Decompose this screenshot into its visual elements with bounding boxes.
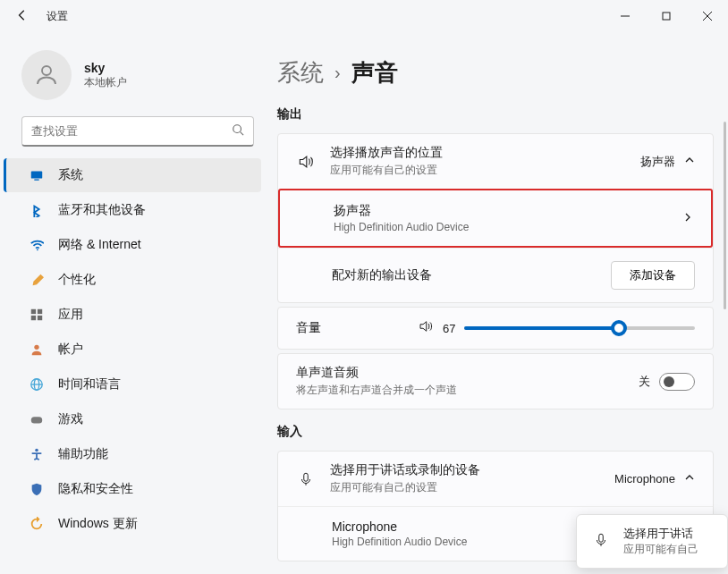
microphone-icon [296, 471, 316, 487]
avatar [21, 50, 72, 100]
mono-card: 单声道音频 将左声道和右声道合并成一个声道 关 [277, 353, 714, 409]
sidebar-item-label: 时间和语言 [58, 376, 121, 393]
volume-card: 音量 67 [277, 307, 714, 350]
sidebar-item-wifi[interactable]: 网络 & Internet [4, 228, 261, 262]
svg-rect-8 [34, 179, 38, 180]
content-pane: 系统 › 声音 输出 选择播放声音的位置 应用可能有自己的设置 扬声器 [268, 32, 728, 574]
brush-icon [30, 273, 44, 287]
search-icon [232, 123, 244, 139]
scrollbar[interactable] [724, 122, 726, 309]
search-input[interactable] [31, 124, 232, 138]
volume-value: 67 [443, 322, 455, 335]
add-device-button[interactable]: 添加设备 [611, 261, 695, 290]
pair-device-row: 配对新的输出设备 添加设备 [278, 248, 713, 302]
pair-title: 配对新的输出设备 [332, 267, 597, 283]
speaker-icon [296, 153, 316, 171]
sidebar-item-label: 系统 [58, 167, 83, 183]
minimize-button[interactable] [605, 0, 646, 32]
choose-output-row[interactable]: 选择播放声音的位置 应用可能有自己的设置 扬声器 [278, 134, 713, 189]
svg-rect-20 [304, 473, 309, 481]
wifi-icon [30, 238, 44, 252]
profile-block[interactable]: sky 本地帐户 [0, 39, 268, 116]
svg-point-4 [42, 66, 51, 75]
choose-input-value: Microphone [614, 472, 675, 485]
chevron-right-icon: › [334, 63, 341, 83]
svg-rect-21 [599, 534, 604, 542]
choose-input-title: 选择用于讲话或录制的设备 [330, 462, 600, 478]
person-icon [30, 342, 44, 357]
sidebar-item-globe[interactable]: 时间和语言 [4, 367, 261, 401]
window-title: 设置 [47, 9, 68, 24]
search-box[interactable] [21, 116, 254, 147]
bluetooth-icon [30, 203, 44, 217]
choose-input-row[interactable]: 选择用于讲话或录制的设备 应用可能有自己的设置 Microphone [278, 452, 713, 506]
sidebar: sky 本地帐户 系统蓝牙和其他设备网络 & Internet个性化应用帐户时间… [0, 32, 268, 574]
svg-point-14 [34, 345, 38, 350]
svg-point-5 [233, 125, 241, 133]
toast-sub: 应用可能有自己 [623, 542, 698, 557]
speaker-device-row[interactable]: 扬声器 High Definition Audio Device [280, 190, 711, 246]
system-icon [30, 168, 44, 182]
gamepad-icon [30, 412, 44, 426]
mono-sub: 将左声道和右声道合并成一个声道 [296, 383, 624, 398]
notification-toast[interactable]: 选择用于讲话 应用可能有自己 [576, 514, 728, 569]
sidebar-item-system[interactable]: 系统 [4, 158, 261, 192]
breadcrumb-parent[interactable]: 系统 [277, 57, 324, 89]
back-arrow-icon[interactable] [16, 9, 29, 24]
sidebar-item-brush[interactable]: 个性化 [4, 263, 261, 297]
svg-rect-12 [31, 316, 36, 320]
breadcrumb: 系统 › 声音 [268, 57, 728, 106]
chevron-up-icon [684, 472, 695, 485]
mono-toggle[interactable] [659, 373, 695, 391]
speaker-sub: High Definition Audio Device [334, 221, 668, 233]
user-name: sky [84, 61, 127, 75]
output-card: 选择播放声音的位置 应用可能有自己的设置 扬声器 扬声器 High De [277, 133, 714, 303]
svg-line-6 [241, 132, 244, 136]
svg-point-9 [37, 249, 38, 250]
choose-output-sub: 应用可能有自己的设置 [330, 163, 626, 178]
sidebar-item-label: 应用 [58, 307, 83, 323]
svg-rect-18 [31, 417, 42, 423]
sidebar-item-gamepad[interactable]: 游戏 [4, 402, 261, 436]
mono-title: 单声道音频 [296, 365, 624, 381]
svg-point-19 [35, 449, 38, 452]
shield-icon [30, 482, 44, 496]
chevron-up-icon [684, 155, 695, 168]
sidebar-item-apps[interactable]: 应用 [4, 298, 261, 332]
choose-output-value: 扬声器 [640, 154, 675, 170]
volume-icon[interactable] [418, 318, 434, 338]
sidebar-item-accessibility[interactable]: 辅助功能 [4, 437, 261, 471]
choose-output-title: 选择播放声音的位置 [330, 145, 626, 161]
volume-label: 音量 [296, 320, 321, 336]
volume-slider[interactable] [464, 326, 695, 330]
mono-state: 关 [639, 374, 650, 390]
sidebar-item-shield[interactable]: 隐私和安全性 [4, 472, 261, 506]
svg-rect-11 [38, 309, 42, 314]
svg-rect-7 [31, 172, 42, 179]
breadcrumb-current: 声音 [351, 57, 398, 89]
sidebar-item-label: 个性化 [58, 272, 96, 288]
sidebar-item-label: 辅助功能 [58, 446, 108, 462]
user-sub: 本地帐户 [84, 75, 127, 90]
sidebar-item-label: 隐私和安全性 [58, 481, 133, 497]
sidebar-item-label: 蓝牙和其他设备 [58, 202, 146, 218]
nav-list: 系统蓝牙和其他设备网络 & Internet个性化应用帐户时间和语言游戏辅助功能… [0, 157, 268, 574]
update-icon [30, 517, 44, 531]
svg-rect-13 [38, 316, 42, 320]
toast-title: 选择用于讲话 [623, 526, 698, 542]
globe-icon [30, 377, 44, 392]
sidebar-item-label: 帐户 [58, 342, 83, 358]
accessibility-icon [30, 447, 44, 461]
choose-input-sub: 应用可能有自己的设置 [330, 480, 600, 495]
svg-rect-1 [663, 13, 670, 20]
sidebar-item-bluetooth[interactable]: 蓝牙和其他设备 [4, 193, 261, 227]
close-button[interactable] [687, 0, 728, 32]
svg-rect-10 [31, 309, 36, 314]
output-heading: 输出 [268, 106, 728, 133]
microphone-icon [593, 532, 609, 552]
sidebar-item-person[interactable]: 帐户 [4, 333, 261, 367]
apps-icon [30, 308, 44, 322]
maximize-button[interactable] [646, 0, 687, 32]
sidebar-item-label: Windows 更新 [58, 516, 138, 532]
sidebar-item-update[interactable]: Windows 更新 [4, 507, 261, 541]
